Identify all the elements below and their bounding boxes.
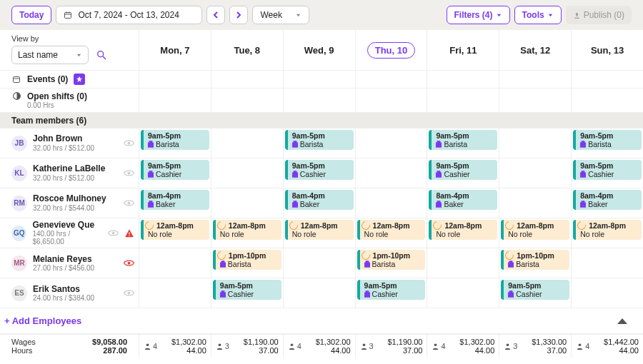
day-header[interactable]: Tue, 8 bbox=[211, 30, 283, 70]
schedule-cell[interactable] bbox=[283, 248, 355, 278]
schedule-cell[interactable]: 9am-5pmCashier bbox=[283, 158, 355, 188]
day-header[interactable]: Sun, 13 bbox=[571, 30, 643, 70]
schedule-cell[interactable] bbox=[499, 188, 571, 218]
schedule-cell[interactable] bbox=[283, 278, 355, 308]
star-icon[interactable] bbox=[74, 74, 85, 85]
shift-card[interactable]: 9am-5pmCashier bbox=[501, 280, 569, 300]
schedule-cell[interactable] bbox=[355, 158, 427, 188]
day-header[interactable]: Fri, 11 bbox=[427, 30, 499, 70]
schedule-cell[interactable]: 1pm-10pmBarista bbox=[355, 248, 427, 278]
shift-card[interactable]: 8am-4pmBaker bbox=[573, 190, 642, 210]
schedule-cell[interactable]: 12am-8pmNo role bbox=[139, 218, 211, 248]
employee-cell[interactable]: JBJohn Brown32.00 hrs / $512.00 bbox=[0, 128, 139, 158]
visibility-icon[interactable] bbox=[124, 288, 134, 298]
schedule-cell[interactable]: 12am-8pmNo role bbox=[571, 218, 643, 248]
shift-card[interactable]: 12am-8pmNo role bbox=[429, 220, 497, 240]
shift-card[interactable]: 12am-8pmNo role bbox=[573, 220, 642, 240]
schedule-cell[interactable]: 1pm-10pmBarista bbox=[211, 248, 283, 278]
visibility-icon[interactable] bbox=[124, 168, 134, 178]
shift-card[interactable]: 9am-5pmBarista bbox=[573, 130, 642, 150]
shift-card[interactable]: 9am-5pmCashier bbox=[213, 280, 281, 300]
day-header[interactable]: Wed, 9 bbox=[283, 30, 355, 70]
shift-card[interactable]: 12am-8pmNo role bbox=[501, 220, 569, 240]
shift-card[interactable]: 9am-5pmBarista bbox=[141, 130, 209, 150]
schedule-cell[interactable]: 9am-5pmBarista bbox=[283, 128, 355, 158]
schedule-cell[interactable]: 8am-4pmBaker bbox=[427, 188, 499, 218]
schedule-cell[interactable]: 9am-5pmCashier bbox=[355, 278, 427, 308]
view-mode-select[interactable]: Week bbox=[252, 6, 309, 24]
shift-card[interactable]: 1pm-10pmBarista bbox=[213, 250, 281, 270]
schedule-cell[interactable]: 12am-8pmNo role bbox=[427, 218, 499, 248]
shift-card[interactable]: 9am-5pmCashier bbox=[429, 160, 497, 180]
date-range-picker[interactable]: Oct 7, 2024 - Oct 13, 2024 bbox=[56, 6, 202, 24]
schedule-cell[interactable] bbox=[139, 248, 211, 278]
schedule-cell[interactable]: 8am-4pmBaker bbox=[139, 188, 211, 218]
today-button[interactable]: Today bbox=[11, 6, 51, 24]
visibility-icon[interactable] bbox=[124, 138, 134, 148]
schedule-cell[interactable] bbox=[355, 188, 427, 218]
schedule-cell[interactable]: 9am-5pmCashier bbox=[211, 278, 283, 308]
schedule-cell[interactable] bbox=[211, 158, 283, 188]
publish-button[interactable]: Publish (0) bbox=[566, 6, 632, 24]
day-header-today[interactable]: Thu, 10 bbox=[355, 30, 427, 70]
schedule-cell[interactable]: 9am-5pmCashier bbox=[139, 158, 211, 188]
schedule-cell[interactable]: 9am-5pmCashier bbox=[571, 158, 643, 188]
shift-card[interactable]: 9am-5pmCashier bbox=[357, 280, 426, 300]
shift-card[interactable]: 12am-8pmNo role bbox=[285, 220, 354, 240]
shift-card[interactable]: 8am-4pmBaker bbox=[429, 190, 497, 210]
prev-week-button[interactable] bbox=[206, 6, 225, 24]
shift-card[interactable]: 12am-8pmNo role bbox=[213, 220, 281, 240]
visibility-icon[interactable] bbox=[124, 258, 134, 268]
schedule-cell[interactable] bbox=[211, 128, 283, 158]
shift-card[interactable]: 9am-5pmCashier bbox=[141, 160, 209, 180]
employee-cell[interactable]: MRMelanie Reyes27.00 hrs / $456.00 bbox=[0, 248, 139, 278]
employee-cell[interactable]: ESErik Santos24.00 hrs / $384.00 bbox=[0, 278, 139, 308]
schedule-cell[interactable]: 1pm-10pmBarista bbox=[499, 248, 571, 278]
schedule-cell[interactable]: 9am-5pmCashier bbox=[499, 278, 571, 308]
schedule-cell[interactable]: 9am-5pmBarista bbox=[139, 128, 211, 158]
employee-cell[interactable]: GQGenevieve Que140.00 hrs / $6,650.00 bbox=[0, 218, 139, 248]
search-icon[interactable] bbox=[96, 49, 107, 61]
schedule-cell[interactable] bbox=[139, 278, 211, 308]
schedule-cell[interactable] bbox=[211, 188, 283, 218]
schedule-cell[interactable] bbox=[427, 278, 499, 308]
employee-cell[interactable]: KLKatherine LaBelle32.00 hrs / $512.00 bbox=[0, 158, 139, 188]
shift-card[interactable]: 9am-5pmBarista bbox=[429, 130, 497, 150]
schedule-cell[interactable] bbox=[571, 248, 643, 278]
schedule-cell[interactable] bbox=[499, 128, 571, 158]
employee-cell[interactable]: RMRoscoe Mulhoney32.00 hrs / $544.00 bbox=[0, 188, 139, 218]
events-left[interactable]: Events (0) bbox=[0, 71, 139, 88]
next-week-button[interactable] bbox=[229, 6, 248, 24]
shift-card[interactable]: 8am-4pmBaker bbox=[141, 190, 209, 210]
shift-card[interactable]: 1pm-10pmBarista bbox=[501, 250, 569, 270]
visibility-icon[interactable] bbox=[108, 228, 119, 238]
shift-card[interactable]: 9am-5pmBarista bbox=[285, 130, 354, 150]
schedule-cell[interactable]: 8am-4pmBaker bbox=[571, 188, 643, 218]
schedule-cell[interactable]: 12am-8pmNo role bbox=[211, 218, 283, 248]
schedule-cell[interactable]: 12am-8pmNo role bbox=[355, 218, 427, 248]
tools-button[interactable]: Tools bbox=[514, 6, 562, 24]
day-header[interactable]: Mon, 7 bbox=[139, 30, 211, 70]
shift-card[interactable]: 1pm-10pmBarista bbox=[357, 250, 426, 270]
schedule-cell[interactable]: 9am-5pmBarista bbox=[427, 128, 499, 158]
filters-button[interactable]: Filters (4) bbox=[447, 6, 510, 24]
schedule-cell[interactable] bbox=[355, 128, 427, 158]
schedule-cell[interactable]: 12am-8pmNo role bbox=[499, 218, 571, 248]
shift-card[interactable]: 12am-8pmNo role bbox=[357, 220, 426, 240]
day-header[interactable]: Sat, 12 bbox=[499, 30, 571, 70]
shift-card[interactable]: 9am-5pmCashier bbox=[285, 160, 354, 180]
open-shifts-left[interactable]: Open shifts (0) 0.00 Hrs bbox=[0, 89, 139, 112]
schedule-cell[interactable] bbox=[499, 158, 571, 188]
shift-card[interactable]: 12am-8pmNo role bbox=[141, 220, 209, 240]
shift-card[interactable]: 8am-4pmBaker bbox=[285, 190, 354, 210]
schedule-cell[interactable] bbox=[427, 248, 499, 278]
schedule-cell[interactable]: 9am-5pmCashier bbox=[427, 158, 499, 188]
viewby-select[interactable]: Last name bbox=[11, 46, 89, 64]
schedule-cell[interactable] bbox=[571, 278, 643, 308]
schedule-cell[interactable]: 9am-5pmBarista bbox=[571, 128, 643, 158]
schedule-cell[interactable]: 8am-4pmBaker bbox=[283, 188, 355, 218]
add-employees-button[interactable]: + Add Employees bbox=[0, 308, 643, 334]
schedule-cell[interactable]: 12am-8pmNo role bbox=[283, 218, 355, 248]
visibility-icon[interactable] bbox=[124, 198, 134, 208]
shift-card[interactable]: 9am-5pmCashier bbox=[573, 160, 642, 180]
